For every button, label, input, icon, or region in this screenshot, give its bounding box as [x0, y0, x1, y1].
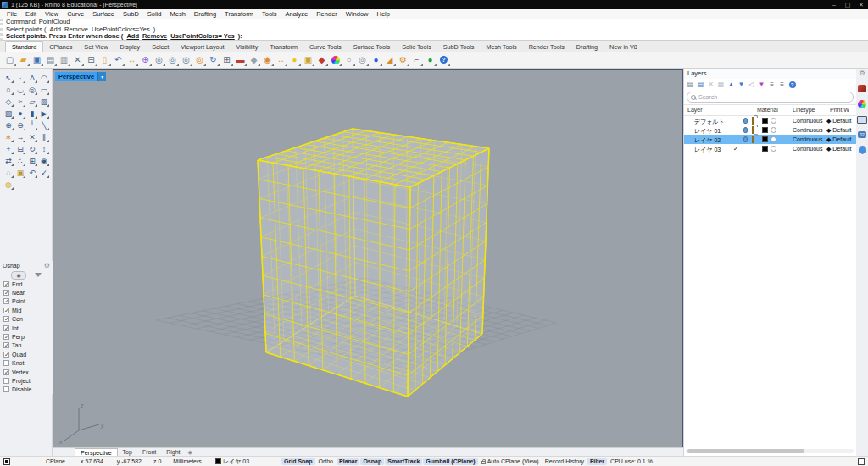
- menu-mesh[interactable]: Mesh: [165, 9, 189, 19]
- toggle-auto-cplane-view-[interactable]: Auto CPlane (View): [479, 458, 542, 465]
- layer-lock-icon[interactable]: [752, 126, 754, 134]
- boolean-union-tool-icon[interactable]: ⊕: [3, 119, 14, 131]
- copy-object-tool-icon[interactable]: ⊟: [14, 143, 26, 155]
- explode-tool-icon[interactable]: ∗: [3, 131, 14, 143]
- viewport-canvas[interactable]: zyx: [53, 70, 682, 447]
- viewport-tab-front[interactable]: Front: [137, 448, 161, 456]
- osnap-checkbox-int[interactable]: ✓: [3, 325, 9, 331]
- toolbar-tab-subd-tools[interactable]: SubD Tools: [437, 42, 481, 52]
- viewport-layout-icon[interactable]: ⊞: [220, 53, 233, 66]
- layer-print-width[interactable]: ◆ Default: [826, 127, 852, 134]
- toolbar-tab-display[interactable]: Display: [114, 42, 147, 52]
- osnap-checkbox-end[interactable]: ✓: [3, 281, 9, 287]
- osnap-checkbox-project[interactable]: [3, 378, 9, 384]
- sun-study-icon[interactable]: ◉: [261, 53, 274, 66]
- polyline-tool-icon[interactable]: Λ: [26, 72, 38, 84]
- display-mode-rendered-icon[interactable]: ▬: [234, 53, 247, 66]
- print-icon[interactable]: ▤: [44, 53, 57, 66]
- dimension-icon[interactable]: ⌐: [410, 53, 423, 66]
- hide-tool-icon[interactable]: ◌: [3, 167, 14, 179]
- rotate-view-icon[interactable]: ↻: [207, 53, 220, 66]
- toolbar-tab-drafting[interactable]: Drafting: [570, 42, 604, 52]
- layer-color-swatch[interactable]: [762, 118, 768, 124]
- menu-tools[interactable]: Tools: [258, 9, 281, 19]
- column-header-layer[interactable]: Layer: [687, 107, 703, 113]
- lamp-tool-icon[interactable]: ◍: [3, 179, 14, 191]
- toggle-osnap[interactable]: Osnap: [360, 458, 384, 465]
- layers-hscrollbar[interactable]: [686, 449, 854, 453]
- paste-icon[interactable]: ▯: [98, 53, 111, 66]
- revolve-tool-icon[interactable]: ▶: [38, 108, 50, 119]
- osnap-checkbox-point[interactable]: ✓: [3, 298, 9, 304]
- toolbar-tab-transform[interactable]: Transform: [264, 42, 303, 52]
- options-icon[interactable]: ⚙: [397, 53, 409, 66]
- lock-tool-icon[interactable]: ▣: [14, 167, 26, 179]
- layer-print-width[interactable]: ◆ Default: [826, 118, 852, 125]
- lock-objects-icon[interactable]: ▣: [302, 53, 314, 66]
- hide-objects-icon[interactable]: ●: [288, 53, 301, 66]
- toggle-filter[interactable]: Filter: [587, 458, 607, 465]
- current-layer-chip[interactable]: レイヤ 03: [215, 458, 249, 466]
- fillet-tool-icon[interactable]: ╰: [26, 119, 38, 131]
- ellipse-tool-icon[interactable]: ◎: [26, 84, 38, 96]
- layer-material-icon[interactable]: [771, 136, 776, 142]
- move-tool-icon[interactable]: +: [3, 143, 14, 155]
- pan-view-icon[interactable]: ↔: [125, 53, 138, 66]
- osnap-checkbox-quad[interactable]: ✓: [3, 352, 9, 358]
- osnap-checkbox-vertex[interactable]: ✓: [3, 369, 9, 375]
- toolbar-tab-viewport-layout[interactable]: Viewport Layout: [175, 42, 230, 52]
- layer-color-swatch[interactable]: [762, 146, 768, 152]
- undo-icon[interactable]: ↶: [112, 53, 125, 66]
- layer-linetype[interactable]: Continuous: [793, 127, 822, 133]
- group-tool-icon[interactable]: ◉: [38, 155, 50, 167]
- layer-print-width[interactable]: ◆ Default: [826, 146, 852, 153]
- osnap-checkbox-disable[interactable]: [3, 386, 9, 392]
- polygon-tool-icon[interactable]: ◇: [3, 96, 14, 108]
- boolean-difference-tool-icon[interactable]: ⊖: [14, 119, 26, 131]
- layer-lock-icon[interactable]: [752, 136, 754, 143]
- layer-material-icon[interactable]: [771, 146, 776, 152]
- surface-tool-icon[interactable]: ▱: [26, 96, 38, 108]
- curve-tool-icon[interactable]: ◠: [38, 72, 50, 84]
- toolbar-tab-mesh-tools[interactable]: Mesh Tools: [480, 42, 522, 52]
- menu-window[interactable]: Window: [342, 9, 373, 19]
- toolbar-tab-cplanes[interactable]: CPlanes: [43, 42, 78, 52]
- menu-transform[interactable]: Transform: [220, 9, 258, 19]
- layer-material-icon[interactable]: [771, 127, 776, 133]
- layer-color-swatch[interactable]: [762, 136, 768, 142]
- copy-icon[interactable]: ⊟: [85, 53, 97, 66]
- osnap-mode-button[interactable]: ◉: [11, 271, 26, 280]
- mirror-tool-icon[interactable]: ⇄: [3, 155, 14, 167]
- object-snap-points-icon[interactable]: ∴: [275, 53, 287, 66]
- extrude-tool-icon[interactable]: ▮: [26, 108, 38, 119]
- layer-search-input[interactable]: Search: [687, 92, 854, 103]
- viewport-tab-top[interactable]: Top: [118, 448, 137, 456]
- point-tool-icon[interactable]: ∙: [14, 72, 26, 84]
- command-option[interactable]: Add: [126, 32, 139, 40]
- osnap-checkbox-near[interactable]: ✓: [3, 290, 9, 296]
- patch-tool-icon[interactable]: ▨: [38, 96, 50, 108]
- display-mode-shaded-icon[interactable]: ◆: [248, 53, 260, 66]
- toggle-record-history[interactable]: Record History: [542, 458, 587, 465]
- viewport-title-label[interactable]: Perspective: [55, 72, 97, 81]
- zoom-extents-icon[interactable]: ◎: [180, 53, 192, 66]
- osnap-checkbox-tan[interactable]: ✓: [3, 342, 9, 348]
- toolbar-tab-select[interactable]: Select: [146, 42, 175, 52]
- new-sublayer-icon[interactable]: ▤: [696, 80, 705, 89]
- zoom-window-icon[interactable]: ◎: [166, 53, 179, 66]
- close-button[interactable]: ✕: [854, 0, 868, 9]
- toolbar-tab-set-view[interactable]: Set View: [78, 42, 114, 52]
- toggle-ortho[interactable]: Ortho: [316, 458, 337, 465]
- circle-tool-icon[interactable]: ○: [3, 84, 14, 96]
- layer-visibility-bulb-icon[interactable]: [743, 127, 748, 133]
- object-properties-icon[interactable]: ○: [342, 53, 355, 66]
- sketch-tool-icon[interactable]: ≈: [14, 96, 26, 108]
- tab-notifications-tab[interactable]: [859, 146, 866, 153]
- render-settings-icon[interactable]: ◢: [383, 53, 396, 66]
- menu-subd[interactable]: SubD: [119, 9, 143, 19]
- layer-row-1[interactable]: デフォルトContinuous◆ Default: [684, 116, 856, 125]
- record-history-tool-icon[interactable]: ✓: [38, 167, 50, 179]
- extend-tool-icon[interactable]: →: [14, 131, 26, 143]
- command-line-2[interactable]: Select points. Press Enter when done ( A…: [3, 33, 868, 41]
- new-viewport-tab-icon[interactable]: ◈: [188, 449, 192, 456]
